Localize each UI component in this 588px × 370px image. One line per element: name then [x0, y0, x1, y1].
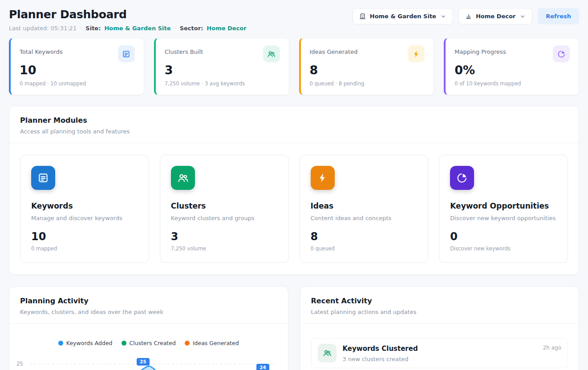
meta-separator: · — [80, 25, 82, 32]
stat-label: Mapping Progress — [454, 45, 506, 55]
legend-item-keywords-added: Keywords Added — [58, 340, 113, 346]
users-icon — [263, 45, 280, 62]
header-left: Planner Dashboard Last updated: 05:31:21… — [9, 8, 247, 32]
module-title: Clusters — [171, 201, 278, 210]
module-card-ideas[interactable]: Ideas Content ideas and concepts 8 0 que… — [300, 155, 429, 263]
planner-dashboard-page: Planner Dashboard Last updated: 05:31:21… — [0, 0, 588, 370]
stat-card-ideas-generated: Ideas Generated 8 0 queued · 8 pending — [299, 38, 434, 95]
stat-detail: 7,250 volume · 3 avg keywords — [165, 80, 280, 87]
document-icon — [118, 45, 135, 62]
planning-activity-chart: 25 25 24 — [16, 353, 279, 370]
building-icon — [359, 13, 366, 20]
planning-activity-panel: Planning Activity Keywords, clusters, an… — [9, 286, 288, 370]
module-title: Keyword Opportunities — [450, 201, 557, 210]
module-card-clusters[interactable]: Clusters Keyword clusters and groups 3 7… — [160, 155, 289, 263]
recent-activity-subtitle: Latest planning actions and updates — [311, 309, 568, 315]
bar-chart-icon — [465, 13, 472, 20]
legend-dot — [58, 341, 63, 346]
lightning-icon — [408, 45, 425, 62]
lightning-icon — [311, 166, 335, 190]
planning-activity-subtitle: Keywords, clusters, and ideas over the p… — [20, 309, 277, 315]
module-value: 0 — [450, 230, 557, 243]
activity-description: 3 new clusters created — [343, 356, 537, 362]
module-detail: 0 mapped — [31, 245, 138, 252]
stat-card-mapping-progress: Mapping Progress 0% 0 of 10 keywords map… — [444, 38, 579, 95]
module-description: Keyword clusters and groups — [171, 215, 278, 221]
activity-timestamp: 2h ago — [543, 345, 561, 351]
page-meta: Last updated: 05:31:21 · Site: Home & Ga… — [9, 25, 247, 32]
module-value: 8 — [311, 230, 418, 243]
sector-selector-dropdown[interactable]: Home Decor — [458, 8, 532, 24]
stat-value: 3 — [165, 63, 280, 77]
pie-chart-icon — [553, 45, 570, 62]
pie-chart-icon — [450, 166, 474, 190]
stat-card-clusters-built: Clusters Built 3 7,250 volume · 3 avg ke… — [154, 38, 289, 95]
activity-item-keywords-clustered[interactable]: Keywords Clustered 3 new clusters create… — [311, 338, 568, 368]
legend-dot — [185, 341, 190, 346]
users-icon — [318, 344, 337, 362]
users-icon — [171, 166, 195, 190]
recent-activity-title: Recent Activity — [311, 297, 568, 305]
page-title: Planner Dashboard — [9, 8, 247, 21]
stat-label: Ideas Generated — [310, 45, 358, 55]
stat-detail: 0 mapped · 10 unmapped — [20, 80, 135, 87]
recent-activity-list: Keywords Clustered 3 new clusters create… — [300, 324, 579, 370]
data-label-peak: 25 — [137, 358, 150, 366]
module-description: Content ideas and concepts — [311, 215, 418, 221]
module-card-keyword-opportunities[interactable]: Keyword Opportunities Discover new keywo… — [439, 155, 568, 263]
site-selector-dropdown[interactable]: Home & Garden Site — [353, 8, 453, 24]
stat-value: 10 — [20, 63, 135, 77]
keywords-added-area-series — [30, 362, 278, 370]
module-title: Keywords — [31, 201, 138, 210]
chevron-down-icon — [440, 13, 446, 20]
stat-label: Clusters Built — [165, 45, 203, 55]
header-actions: Home & Garden Site Home Decor Refresh — [353, 8, 579, 24]
modules-grid: Keywords Manage and discover keywords 10… — [9, 143, 579, 274]
stat-label: Total Keywords — [20, 45, 63, 55]
legend-item-clusters-created: Clusters Created — [122, 340, 176, 346]
module-description: Discover new keyword opportunities — [450, 215, 557, 221]
module-detail: 0 queued — [311, 245, 418, 252]
module-value: 3 — [171, 230, 278, 243]
stat-value: 0% — [454, 63, 570, 77]
last-updated-text: Last updated: 05:31:21 — [9, 25, 77, 32]
sector-label: Sector: — [180, 25, 203, 32]
legend-label: Clusters Created — [130, 340, 176, 346]
meta-separator: · — [174, 25, 176, 32]
module-card-keywords[interactable]: Keywords Manage and discover keywords 10… — [20, 155, 149, 263]
module-detail: 7,250 volume — [171, 245, 278, 252]
module-detail: Discover new keywords — [450, 245, 557, 252]
legend-label: Ideas Generated — [193, 340, 239, 346]
module-value: 10 — [31, 230, 138, 243]
stat-detail: 0 of 10 keywords mapped — [454, 80, 570, 87]
document-icon — [31, 166, 55, 190]
y-axis-tick: 25 — [16, 361, 23, 367]
legend-item-ideas-generated: Ideas Generated — [185, 340, 239, 346]
module-title: Ideas — [311, 201, 418, 210]
modules-subtitle: Access all planning tools and features — [20, 128, 568, 135]
chart-legend: Keywords Added Clusters Created Ideas Ge… — [9, 324, 288, 350]
refresh-button[interactable]: Refresh — [538, 8, 579, 24]
planner-modules-panel: Planner Modules Access all planning tool… — [9, 106, 579, 275]
sector-selector-value: Home Decor — [476, 13, 515, 20]
recent-activity-panel: Recent Activity Latest planning actions … — [300, 286, 580, 370]
sector-link[interactable]: Home Decor — [207, 25, 246, 32]
stat-card-total-keywords: Total Keywords 10 0 mapped · 10 unmapped — [9, 38, 144, 95]
planning-activity-title: Planning Activity — [20, 297, 277, 305]
site-label: Site: — [85, 25, 101, 32]
modules-title: Planner Modules — [20, 116, 568, 125]
legend-dot — [122, 341, 126, 346]
stats-row: Total Keywords 10 0 mapped · 10 unmapped… — [9, 38, 579, 95]
bottom-row: Planning Activity Keywords, clusters, an… — [9, 286, 579, 370]
module-description: Manage and discover keywords — [31, 215, 138, 221]
data-label-right: 24 — [256, 364, 269, 370]
activity-title: Keywords Clustered — [343, 345, 537, 353]
chevron-down-icon — [519, 13, 526, 20]
legend-label: Keywords Added — [66, 340, 113, 346]
stat-detail: 0 queued · 8 pending — [310, 80, 425, 87]
stat-value: 8 — [310, 63, 425, 77]
site-selector-value: Home & Garden Site — [370, 13, 436, 20]
site-link[interactable]: Home & Garden Site — [104, 25, 170, 32]
page-header: Planner Dashboard Last updated: 05:31:21… — [9, 8, 579, 32]
